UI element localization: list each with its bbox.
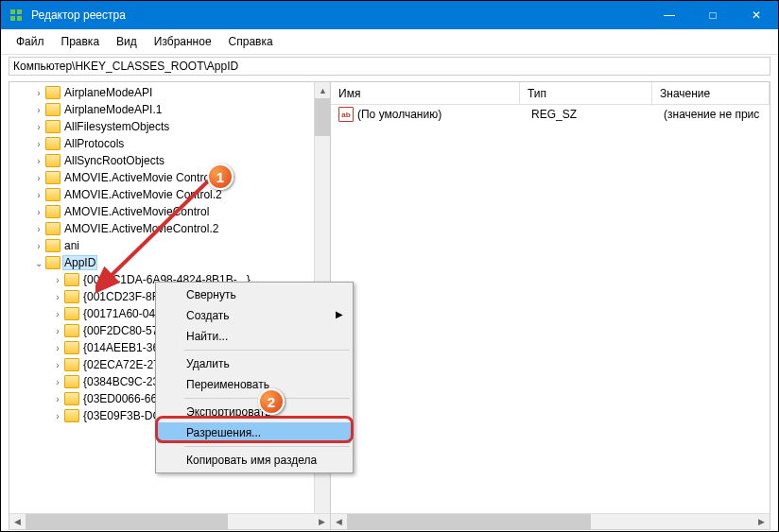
tree-item-label: AMOVIE.ActiveMovieControl.2 [62, 222, 220, 235]
cm-export[interactable]: Экспортировать [158, 402, 351, 422]
scroll-right-icon[interactable]: ▶ [314, 514, 330, 530]
close-button[interactable]: ✕ [735, 1, 778, 29]
list-header: Имя Тип Значение [331, 82, 770, 105]
expander-icon[interactable]: › [51, 292, 64, 302]
expander-icon[interactable]: › [32, 190, 45, 200]
expander-icon[interactable]: › [51, 411, 64, 421]
annotation-badge-2: 2 [258, 388, 285, 415]
tree-item[interactable]: ›AMOVIE.ActiveMovie Control [28, 169, 330, 186]
folder-icon [64, 290, 79, 303]
tree-item-label: AllFilesystemObjects [62, 120, 171, 133]
folder-icon [64, 358, 79, 371]
expander-icon[interactable]: › [51, 343, 64, 353]
expander-icon[interactable]: › [32, 224, 45, 234]
folder-icon [45, 137, 61, 150]
cm-new[interactable]: Создать▶ [158, 305, 351, 326]
scroll-up-icon[interactable]: ▲ [315, 82, 331, 98]
tree-item[interactable]: ›AMOVIE.ActiveMovieControl [28, 203, 330, 220]
column-header-name[interactable]: Имя [331, 82, 520, 104]
expander-icon[interactable]: › [51, 309, 64, 319]
expander-icon[interactable]: › [51, 275, 64, 285]
folder-icon [64, 392, 79, 405]
tree-item[interactable]: ⌄AppID [28, 254, 330, 271]
scroll-left-icon[interactable]: ◀ [331, 514, 347, 530]
expander-icon[interactable]: › [32, 88, 45, 98]
expander-icon[interactable]: › [51, 377, 64, 387]
minimize-button[interactable]: — [648, 1, 691, 29]
expander-icon[interactable]: › [32, 173, 45, 183]
menu-view[interactable]: Вид [109, 33, 145, 50]
cm-rename[interactable]: Переименовать [158, 374, 351, 395]
tree-item-label: AppID [62, 255, 97, 270]
tree-item-label: AMOVIE.ActiveMovie Control.2 [62, 188, 224, 201]
tree-item[interactable]: ›ani [28, 237, 330, 254]
annotation-badge-1: 1 [207, 163, 234, 190]
scroll-left-icon[interactable]: ◀ [9, 514, 26, 530]
folder-icon [64, 273, 79, 286]
menu-file[interactable]: Файл [9, 33, 52, 50]
folder-icon [45, 205, 61, 218]
tree-item[interactable]: ›AllFilesystemObjects [28, 118, 330, 135]
scroll-right-icon[interactable]: ▶ [753, 514, 770, 530]
tree-item[interactable]: ›AMOVIE.ActiveMovieControl.2 [28, 220, 330, 237]
tree-item-label: AMOVIE.ActiveMovieControl [62, 205, 211, 218]
folder-icon [64, 307, 79, 320]
tree-item-label: AirplaneModeAPI [62, 86, 154, 99]
column-header-value[interactable]: Значение [652, 82, 770, 104]
expander-icon[interactable]: › [32, 105, 45, 115]
folder-icon [45, 256, 61, 269]
cm-separator [184, 446, 350, 447]
menu-favorites[interactable]: Избранное [147, 33, 219, 50]
svg-rect-3 [17, 16, 22, 21]
address-bar[interactable]: Компьютер\HKEY_CLASSES_ROOT\AppID [9, 57, 770, 76]
tree-item[interactable]: ›AirplaneModeAPI [28, 84, 330, 101]
scroll-thumb[interactable] [315, 98, 330, 136]
cm-permissions[interactable]: Разрешения... [158, 422, 351, 443]
tree-item-label: AMOVIE.ActiveMovie Control [62, 171, 215, 184]
tree-item[interactable]: ›AirplaneModeAPI.1 [28, 101, 330, 118]
list-row[interactable]: ab (По умолчанию) REG_SZ (значение не пр… [331, 105, 770, 124]
expander-icon[interactable]: › [51, 394, 64, 404]
cm-separator [184, 350, 350, 351]
expander-icon[interactable]: › [32, 241, 45, 251]
window-title: Редактор реестра [31, 9, 648, 22]
window-controls: — □ ✕ [648, 1, 778, 29]
tree-item-label: AirplaneModeAPI.1 [62, 103, 164, 116]
folder-icon [45, 103, 61, 116]
folder-icon [64, 324, 79, 337]
expander-icon[interactable]: › [32, 122, 45, 132]
menu-help[interactable]: Справка [221, 33, 281, 50]
expander-icon[interactable]: › [51, 326, 64, 336]
value-name: (По умолчанию) [357, 108, 531, 121]
expander-icon[interactable]: ⌄ [32, 258, 45, 268]
cm-collapse[interactable]: Свернуть [158, 284, 351, 305]
tree-item-label: AllSyncRootObjects [62, 154, 166, 167]
folder-icon [45, 120, 61, 133]
list-horizontal-scrollbar[interactable]: ◀ ▶ [331, 513, 770, 529]
expander-icon[interactable]: › [51, 360, 64, 370]
folder-icon [45, 154, 61, 167]
cm-delete[interactable]: Удалить [158, 353, 351, 374]
folder-icon [45, 86, 61, 99]
tree-item-label: AllProtocols [62, 137, 126, 150]
app-icon [9, 8, 24, 23]
svg-rect-2 [10, 16, 15, 21]
maximize-button[interactable]: □ [691, 1, 735, 29]
tree-item[interactable]: ›AMOVIE.ActiveMovie Control.2 [28, 186, 330, 203]
tree-item[interactable]: ›AllProtocols [28, 135, 330, 152]
cm-find[interactable]: Найти... [158, 326, 351, 347]
expander-icon[interactable]: › [32, 139, 45, 149]
tree-item[interactable]: ›AllSyncRootObjects [28, 152, 330, 169]
string-value-icon: ab [338, 107, 354, 122]
folder-icon [64, 375, 79, 388]
folder-icon [64, 409, 79, 422]
expander-icon[interactable]: › [32, 207, 45, 217]
expander-icon[interactable]: › [32, 156, 45, 166]
list-pane: Имя Тип Значение ab (По умолчанию) REG_S… [331, 82, 770, 529]
folder-icon [64, 341, 79, 354]
cm-copy-key-name[interactable]: Копировать имя раздела [158, 450, 351, 471]
content-panes: ›AirplaneModeAPI›AirplaneModeAPI.1›AllFi… [9, 81, 770, 530]
menu-edit[interactable]: Правка [54, 33, 108, 50]
column-header-type[interactable]: Тип [520, 82, 652, 104]
tree-horizontal-scrollbar[interactable]: ◀ ▶ [9, 513, 330, 529]
